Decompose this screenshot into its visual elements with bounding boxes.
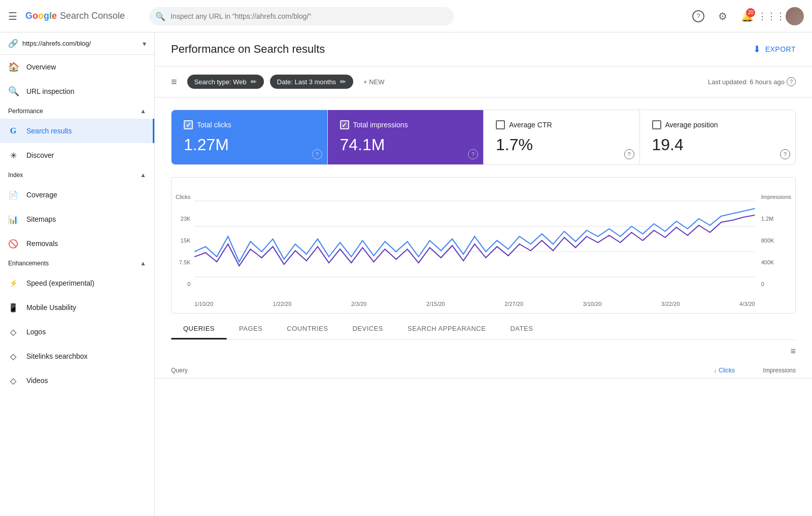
sidebar-item-sitemaps[interactable]: 📊 Sitemaps	[0, 207, 154, 231]
metric-header-position: Average position	[652, 120, 784, 129]
sidebar-item-mobile[interactable]: 📱 Mobile Usability	[0, 295, 154, 320]
sidebar-item-sitelinks[interactable]: ◇ Sitelinks searchbox	[0, 344, 154, 368]
avatar[interactable]	[786, 7, 804, 25]
y-right-tick-800k: 800K	[761, 237, 791, 244]
table-filter-button[interactable]: ≡	[790, 346, 796, 357]
menu-icon[interactable]: ☰	[8, 10, 17, 22]
content-header: Performance on Search results ⬇ EXPORT	[155, 32, 812, 66]
logo: GoogleSearch Console	[25, 11, 125, 21]
position-checkbox[interactable]	[652, 120, 661, 129]
property-selector[interactable]: 🔗 https://ahrefs.com/blog/ ▾	[0, 32, 154, 55]
new-filter-button[interactable]: + NEW	[359, 75, 389, 89]
property-url: https://ahrefs.com/blog/	[22, 40, 139, 47]
total-clicks-label: Total clicks	[197, 121, 231, 129]
total-impressions-label: Total impressions	[353, 121, 408, 129]
x-label-7: 4/3/20	[739, 301, 755, 307]
avg-position-value: 19.4	[652, 135, 784, 154]
export-button[interactable]: ⬇ EXPORT	[753, 44, 796, 55]
table-col-query-header: Query	[171, 367, 674, 374]
table-col-impressions-header: Impressions	[735, 367, 796, 374]
last-updated-help-icon[interactable]: ?	[787, 77, 796, 86]
x-label-6: 3/22/20	[661, 301, 680, 307]
tab-devices[interactable]: DEVICES	[340, 318, 395, 339]
tab-countries[interactable]: COUNTRIES	[275, 318, 340, 339]
metric-header-impressions: ✓ Total impressions	[340, 120, 471, 129]
clicks-help-icon[interactable]: ?	[312, 149, 322, 159]
avg-ctr-value: 1.7%	[496, 135, 627, 154]
settings-button[interactable]: ⚙	[713, 6, 733, 26]
tab-dates[interactable]: DATES	[498, 318, 545, 339]
enhancements-section-header[interactable]: Enhancements ▲	[0, 256, 154, 271]
position-help-icon[interactable]: ?	[780, 149, 790, 159]
url-search-input[interactable]	[149, 7, 454, 25]
search-type-chip[interactable]: Search type: Web ✏	[187, 75, 264, 89]
avg-position-label: Average position	[665, 121, 718, 129]
sidebar-label-removals: Removals	[26, 239, 58, 248]
filter-bar: ≡ Search type: Web ✏ Date: Last 3 months…	[155, 66, 812, 97]
x-axis-labels: 1/10/20 1/22/20 2/3/20 2/15/20 2/27/20 3…	[194, 299, 755, 309]
ctr-help-icon[interactable]: ?	[624, 149, 634, 159]
speed-icon: ⚡	[8, 279, 18, 287]
clicks-checkbox[interactable]: ✓	[184, 120, 193, 129]
notifications-button[interactable]: 🔔 20	[737, 6, 757, 26]
tab-pages[interactable]: PAGES	[227, 318, 275, 339]
sidebar-item-logos[interactable]: ◇ Logos	[0, 320, 154, 344]
y-axis-left: Clicks 23K 15K 7.5K 0	[176, 186, 192, 297]
sidebar-item-speed[interactable]: ⚡ Speed (experimental)	[0, 271, 154, 295]
download-icon: ⬇	[753, 44, 761, 55]
sidebar-item-url-inspection[interactable]: 🔍 URL inspection	[0, 79, 154, 104]
page-title: Performance on Search results	[171, 43, 325, 56]
sidebar-item-search-results[interactable]: G Search results	[0, 119, 154, 143]
sidebar-label-search-results: Search results	[26, 127, 72, 135]
export-label: EXPORT	[765, 45, 796, 53]
performance-section-title: Performance	[8, 108, 43, 115]
chart-svg	[194, 186, 755, 297]
sidebar-label-overview: Overview	[26, 63, 56, 71]
metric-card-total-clicks[interactable]: ✓ Total clicks 1.27M ?	[172, 110, 328, 164]
last-updated-text: Last updated: 6 hours ago	[708, 78, 785, 86]
impressions-help-icon[interactable]: ?	[468, 149, 478, 159]
sidebar-label-mobile: Mobile Usability	[26, 303, 76, 312]
chart-container: Clicks 23K 15K 7.5K 0	[171, 177, 796, 314]
y-left-tick-23k: 23K	[181, 216, 191, 222]
sidebar-item-discover[interactable]: ✳ Discover	[0, 143, 154, 167]
overview-icon: 🏠	[8, 61, 18, 73]
metric-card-avg-position[interactable]: Average position 19.4 ?	[640, 110, 796, 164]
url-inspection-icon: 🔍	[8, 86, 18, 97]
metric-card-total-impressions[interactable]: ✓ Total impressions 74.1M ?	[328, 110, 484, 164]
chart-svg-wrap: 1/10/20 1/22/20 2/3/20 2/15/20 2/27/20 3…	[194, 186, 755, 309]
date-chip[interactable]: Date: Last 3 months ✏	[270, 75, 353, 89]
metric-card-avg-ctr[interactable]: Average CTR 1.7% ?	[484, 110, 640, 164]
impressions-checkbox[interactable]: ✓	[340, 120, 349, 129]
help-button[interactable]: ?	[688, 6, 708, 26]
y-left-tick-75k: 7.5K	[179, 259, 191, 265]
mobile-icon: 📱	[8, 303, 18, 313]
performance-section-header[interactable]: Performance ▲	[0, 104, 154, 119]
x-label-1: 1/22/20	[273, 301, 292, 307]
index-section-header[interactable]: Index ▲	[0, 167, 154, 183]
sidebar-item-videos[interactable]: ◇ Videos	[0, 368, 154, 393]
table-col-clicks-header[interactable]: ↓ Clicks	[674, 367, 735, 374]
enhancements-chevron-icon: ▲	[140, 260, 146, 267]
sidebar-item-coverage[interactable]: 📄 Coverage	[0, 183, 154, 207]
filter-icon[interactable]: ≡	[171, 76, 177, 88]
table-header: Query ↓ Clicks Impressions	[155, 363, 812, 379]
new-filter-label: + NEW	[363, 78, 385, 86]
property-favicon: 🔗	[8, 39, 18, 48]
apps-icon: ⋮⋮⋮	[758, 11, 785, 22]
sitemaps-icon: 📊	[8, 215, 18, 224]
apps-button[interactable]: ⋮⋮⋮	[761, 6, 782, 26]
sidebar-item-overview[interactable]: 🏠 Overview	[0, 55, 154, 79]
tab-queries[interactable]: QUERIES	[171, 318, 227, 339]
sidebar-item-removals[interactable]: 🚫 Removals	[0, 231, 154, 256]
sidebar-label-videos: Videos	[26, 376, 48, 385]
ctr-checkbox[interactable]	[496, 120, 505, 129]
settings-icon: ⚙	[718, 10, 727, 22]
y-right-tick-0: 0	[761, 281, 791, 287]
clicks-col-label: Clicks	[719, 367, 735, 374]
avg-ctr-label: Average CTR	[509, 121, 552, 129]
x-label-5: 3/10/20	[583, 301, 602, 307]
chart-wrapper: Clicks 23K 15K 7.5K 0	[176, 186, 791, 309]
sitelinks-icon: ◇	[8, 352, 18, 361]
tab-search-appearance[interactable]: SEARCH APPEARANCE	[395, 318, 498, 339]
